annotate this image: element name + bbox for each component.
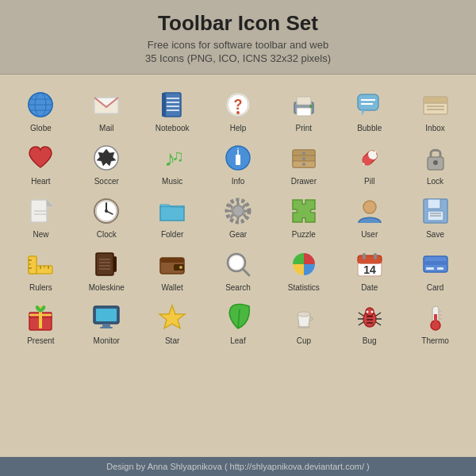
- icon-cell-soccer[interactable]: Soccer: [74, 137, 140, 190]
- icon-cup: [288, 301, 320, 333]
- icon-cell-moleskine[interactable]: Moleskine: [74, 244, 140, 297]
- footer: Design by Anna Shlyapnikova ( http://shl…: [0, 457, 476, 476]
- icon-cell-date[interactable]: 14 Date: [336, 244, 402, 297]
- svg-point-126: [366, 311, 368, 313]
- icon-cell-statistics[interactable]: Statistics: [271, 244, 336, 297]
- icon-cell-bubble[interactable]: Bubble: [336, 84, 402, 137]
- icon-bubble: [354, 89, 386, 121]
- icon-cell-card[interactable]: Card: [402, 244, 468, 297]
- icon-label-lock: Lock: [427, 177, 443, 186]
- svg-rect-117: [298, 327, 310, 328]
- icon-label-bubble: Bubble: [357, 124, 382, 132]
- icon-save: [420, 195, 451, 227]
- svg-marker-114: [159, 305, 185, 328]
- icon-cell-cup[interactable]: Cup: [271, 297, 336, 350]
- icon-drawer: [288, 142, 320, 174]
- svg-point-51: [433, 160, 438, 165]
- icon-cell-present[interactable]: Present: [8, 297, 74, 350]
- icon-cell-gear[interactable]: Gear: [205, 190, 271, 244]
- svg-point-91: [179, 266, 182, 269]
- icon-bug: [354, 301, 386, 333]
- icon-label-notebook: Notebook: [155, 124, 190, 132]
- icon-cell-notebook[interactable]: Notebook: [140, 84, 205, 137]
- icon-label-new: New: [33, 230, 48, 239]
- svg-rect-9: [162, 93, 166, 117]
- icon-label-globe: Globe: [30, 124, 52, 132]
- icon-label-monitor: Monitor: [94, 336, 120, 345]
- svg-rect-101: [374, 253, 377, 259]
- icon-cell-folder[interactable]: Folder: [140, 190, 205, 244]
- icon-label-cup: Cup: [297, 336, 311, 345]
- icon-cell-clock[interactable]: Clock: [74, 190, 140, 244]
- icon-cell-wallet[interactable]: Wallet: [140, 244, 205, 297]
- icon-label-bug: Bug: [363, 336, 377, 345]
- icon-cell-monitor[interactable]: Monitor: [74, 297, 140, 350]
- icon-cell-music[interactable]: ♪ ♫ Music: [140, 137, 205, 190]
- icon-label-heart: Heart: [31, 177, 50, 186]
- subtitle: Free icons for software toolbar and web: [8, 39, 468, 51]
- svg-point-17: [236, 111, 240, 114]
- svg-rect-22: [358, 94, 378, 110]
- svg-point-65: [363, 201, 376, 213]
- svg-rect-82: [96, 253, 113, 275]
- icon-cell-inbox[interactable]: Inbox: [402, 84, 468, 137]
- icon-cell-drawer[interactable]: Drawer: [271, 137, 336, 190]
- icon-label-print: Print: [296, 124, 313, 132]
- icon-cell-help[interactable]: ? Help: [205, 84, 271, 137]
- svg-text:14: 14: [363, 263, 376, 276]
- svg-marker-23: [362, 110, 365, 116]
- icon-cell-info[interactable]: i Info: [205, 137, 271, 190]
- icon-cell-globe[interactable]: Globe: [8, 84, 74, 137]
- icon-cell-puzzle[interactable]: Puzzle: [271, 190, 336, 244]
- icon-date: 14: [354, 248, 386, 280]
- footer-text: Design by Anna Shlyapnikova ( http://shl…: [106, 462, 369, 471]
- icon-clock: [90, 195, 122, 227]
- svg-rect-133: [434, 314, 437, 325]
- icon-label-rulers: Rulers: [29, 283, 52, 292]
- svg-rect-103: [424, 261, 447, 265]
- icon-cell-mail[interactable]: Mail: [74, 84, 140, 137]
- icon-pill: [354, 142, 386, 174]
- svg-point-45: [302, 163, 305, 166]
- svg-line-120: [359, 313, 363, 316]
- svg-point-61: [105, 209, 108, 213]
- icon-cell-heart[interactable]: Heart: [8, 137, 74, 190]
- icon-label-soccer: Soccer: [94, 177, 119, 186]
- icon-cell-leaf[interactable]: Leaf: [205, 297, 271, 350]
- icon-label-mail: Mail: [99, 124, 113, 132]
- svg-point-116: [298, 312, 310, 317]
- svg-point-42: [302, 152, 305, 155]
- icon-leaf: [222, 301, 254, 333]
- svg-text:?: ?: [233, 97, 242, 113]
- icon-cell-rulers[interactable]: Rulers: [8, 244, 74, 297]
- icon-cell-star[interactable]: Star: [140, 297, 205, 350]
- icon-card: [420, 248, 451, 280]
- icon-cell-pill[interactable]: Pill: [336, 137, 402, 190]
- icon-wallet: [156, 248, 188, 280]
- icon-user: [354, 195, 386, 227]
- icon-cell-thermo[interactable]: Thermo: [402, 297, 468, 350]
- icon-cell-lock[interactable]: Lock: [402, 137, 468, 190]
- icon-label-folder: Folder: [161, 230, 183, 239]
- icon-cell-print[interactable]: Print: [271, 84, 336, 137]
- icon-label-search: Search: [225, 283, 251, 292]
- svg-line-94: [243, 269, 249, 275]
- icon-label-date: Date: [361, 283, 378, 292]
- icon-cell-save[interactable]: Save: [402, 190, 468, 244]
- icon-star: [156, 301, 188, 333]
- icon-label-wallet: Wallet: [161, 283, 182, 292]
- icon-gear: [222, 195, 254, 227]
- icon-cell-search[interactable]: Search: [205, 244, 271, 297]
- svg-line-125: [376, 322, 381, 325]
- icon-notebook: [156, 89, 188, 121]
- icon-folder: [156, 195, 188, 227]
- icon-label-drawer: Drawer: [291, 177, 317, 186]
- icon-search: [222, 248, 254, 280]
- svg-rect-27: [424, 97, 447, 103]
- icon-cell-user[interactable]: User: [336, 190, 402, 244]
- icon-cell-bug[interactable]: Bug: [336, 297, 402, 350]
- svg-rect-20: [297, 108, 311, 116]
- svg-rect-104: [426, 267, 434, 270]
- icon-cell-new[interactable]: New: [8, 190, 74, 244]
- svg-rect-67: [428, 199, 440, 209]
